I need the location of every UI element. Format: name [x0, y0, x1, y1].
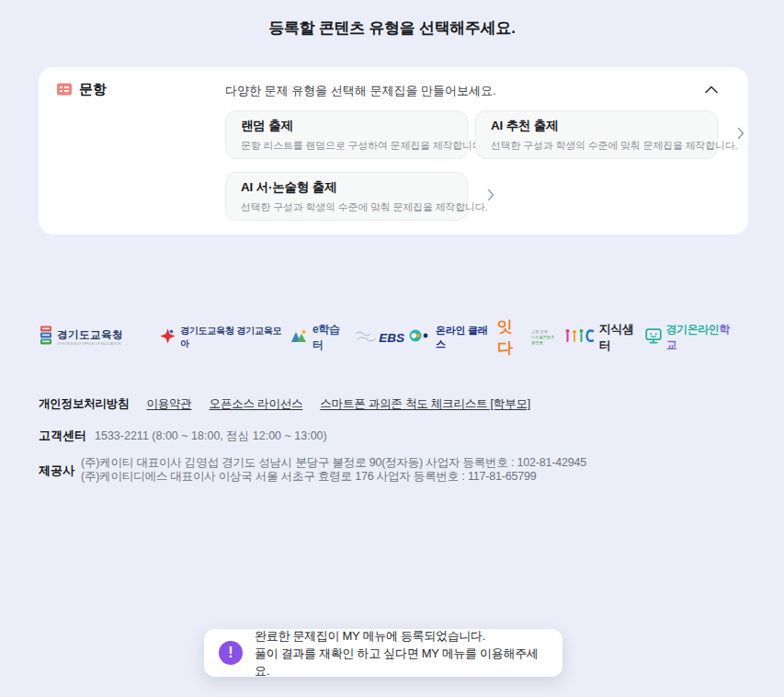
chevron-up-icon [705, 83, 718, 97]
customer-center-value: 1533-2211 (8:00 ~ 18:00, 점심 12:00 ~ 13:0… [95, 428, 327, 444]
option-texts: AI 추천 출제 선택한 구성과 학생의 수준에 맞춰 문제집을 제작합니다. [491, 118, 737, 153]
logo-texts: 경기도교육청 GYEONGGIDO OFFICE OF EDUCATION [57, 328, 160, 348]
option-title: AI 서·논술형 출제 [241, 179, 487, 196]
toast-notification: ! 완료한 문제집이 MY 메뉴에 등록되었습니다. 풀이 결과를 재확인 하고… [204, 629, 562, 677]
category-label: 문항 [79, 81, 107, 98]
logo-label: 지식샘터 [599, 321, 645, 354]
goe-blocks-icon [40, 326, 52, 349]
provider-label: 제공사 [39, 456, 81, 483]
handwriting-flourish [355, 329, 379, 346]
logo-label: e학습터 [312, 322, 350, 353]
option-subtitle: 선택한 구성과 학생의 수준에 맞춰 문제집을 제작합니다. [491, 139, 737, 153]
provider-line: (주)케이티디에스 대표이사 이상국 서울 서초구 효령로 176 사업자 등록… [81, 470, 536, 483]
content-type-card: 문항 다양한 문제 유형을 선택해 문제집을 만들어보세요. 랜덤 출제 문항 … [39, 67, 748, 234]
logo-label: 경기온라인학교 [666, 322, 740, 353]
option-title: 랜덤 출제 [241, 118, 485, 134]
logo-sublabel: 교원 전용 [531, 330, 554, 334]
option-title: AI 추천 출제 [491, 118, 737, 134]
link-privacy-policy[interactable]: 개인정보처리방침 [39, 396, 129, 412]
option-texts: AI 서·논술형 출제 선택한 구성과 학생의 수준에 맞춰 문제집을 제작합니… [241, 179, 487, 214]
option-ai-essay-quiz[interactable]: AI 서·논술형 출제 선택한 구성과 학생의 수준에 맞춰 문제집을 제작합니… [225, 172, 468, 221]
option-subtitle: 선택한 구성과 학생의 수준에 맞춰 문제집을 제작합니다. [241, 200, 487, 214]
logo-label: 온라인 클래스 [436, 324, 497, 351]
page: 등록할 콘텐츠 유형을 선택해주세요. 문항 다양한 문제 유형을 선택해 문제… [0, 0, 784, 697]
monitor-icon [645, 328, 662, 348]
option-list: 랜덤 출제 문항 리스트를 랜덤으로 구성하여 문제집을 제작합니다. AI 추… [225, 110, 726, 221]
page-title: 등록할 콘텐츠 유형을 선택해주세요. [0, 17, 784, 39]
mountains-icon [290, 328, 308, 348]
chevron-right-icon [487, 189, 494, 205]
customer-center-label: 고객센터 [39, 428, 95, 444]
customer-center-row: 고객센터 1533-2211 (8:00 ~ 18:00, 점심 12:00 ~… [39, 428, 327, 444]
collapse-section-button[interactable] [700, 78, 722, 100]
colorful-figures-icon [564, 328, 595, 347]
logo-gyeonggido-office-of-education[interactable]: 경기도교육청 GYEONGGIDO OFFICE OF EDUCATION [40, 326, 160, 349]
logo-label: 잇다 [497, 316, 527, 359]
logo-sublabel: 디지털콘텐츠 [531, 336, 554, 339]
logo-sublabel: GYEONGGIDO OFFICE OF EDUCATION [57, 342, 120, 346]
category-description: 다양한 문제 유형을 선택해 문제집을 만들어보세요. [225, 83, 496, 99]
option-ai-recommended-quiz[interactable]: AI 추천 출제 선택한 구성과 학생의 수준에 맞춰 문제집을 제작합니다. [475, 110, 718, 159]
option-random-quiz[interactable]: 랜덤 출제 문항 리스트를 랜덤으로 구성하여 문제집을 제작합니다. [225, 110, 468, 159]
logo-label: 경기도교육청 [57, 328, 160, 342]
logo-gyeonggi-gyoyuk-moa[interactable]: 경기도교육청 경기교육모아 [160, 325, 290, 350]
logo-sublabels: 교원 전용 디지털콘텐츠 플랫폼 [531, 329, 564, 346]
provider-row: 제공사 (주)케이티 대표이사 김영섭 경기도 성남시 분당구 불정로 90(정… [39, 456, 586, 483]
logo-ebs-online-class[interactable]: EBS 온라인 클래스 [379, 324, 497, 351]
logo-label-part: 경기 [666, 323, 687, 336]
ebs-brand: EBS [379, 331, 404, 345]
provider-lines: (주)케이티 대표이사 김영섭 경기도 성남시 분당구 불정로 90(정자동) … [81, 456, 586, 483]
provider-line: (주)케이티 대표이사 김영섭 경기도 성남시 분당구 불정로 90(정자동) … [81, 456, 586, 469]
chevron-right-icon [737, 127, 744, 143]
option-texts: 랜덤 출제 문항 리스트를 랜덤으로 구성하여 문제집을 제작합니다. [241, 118, 485, 153]
ebs-circle-icon [409, 329, 429, 346]
link-terms-of-use[interactable]: 이용약관 [146, 396, 191, 412]
logo-gyeonggi-online-school[interactable]: 경기온라인학교 [645, 322, 740, 353]
link-open-source-license[interactable]: 오픈소스 라이선스 [210, 396, 303, 412]
option-subtitle: 문항 리스트를 랜덤으로 구성하여 문제집을 제작합니다. [241, 139, 485, 153]
question-list-icon [56, 81, 73, 97]
logo-e-hakseupteo[interactable]: e학습터 [290, 322, 379, 353]
toast-line: 풀이 결과를 재확인 하고 싶다면 MY 메뉴를 이용해주세요. [255, 646, 539, 678]
star-figure-icon [160, 328, 176, 348]
logo-jisik-saemteo[interactable]: 지식샘터 [564, 321, 645, 354]
logo-sublabel: 플랫폼 [531, 341, 554, 345]
link-smartphone-overdependence-checklist[interactable]: 스마트폰 과의존 척도 체크리스트 [학부모] [320, 396, 530, 412]
logo-label-part: 온라인 [687, 323, 720, 336]
toast-line: 완료한 문제집이 MY 메뉴에 등록되었습니다. [255, 629, 485, 643]
toast-message: 완료한 문제집이 MY 메뉴에 등록되었습니다. 풀이 결과를 재확인 하고 싶… [255, 627, 548, 680]
logo-label: 경기도교육청 경기교육모아 [180, 325, 290, 350]
footer-links: 개인정보처리방침 이용약관 오픈소스 라이선스 스마트폰 과의존 척도 체크리스… [39, 396, 530, 412]
logo-itda[interactable]: 잇다 교원 전용 디지털콘텐츠 플랫폼 [497, 316, 564, 359]
exclamation-icon: ! [219, 641, 243, 665]
partner-logos: 경기도교육청 GYEONGGIDO OFFICE OF EDUCATION 경기… [40, 324, 740, 351]
